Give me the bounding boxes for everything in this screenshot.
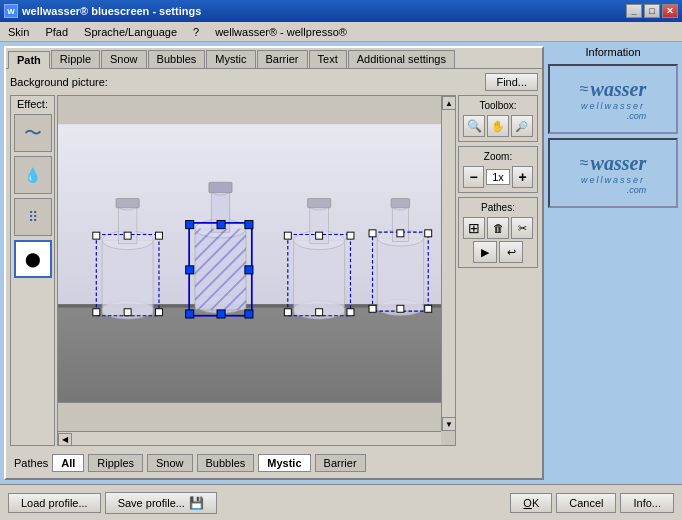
svg-rect-24 [186, 221, 194, 229]
svg-rect-13 [93, 309, 100, 316]
toolbox-section: Toolbox: 🔍 ✋ 🔍 [458, 95, 538, 142]
save-profile-button[interactable]: Save profile... 💾 [105, 492, 217, 514]
svg-rect-56 [397, 305, 404, 312]
title-bar: W wellwasser® bluescreen - settings _ □ … [0, 0, 682, 22]
effect-drop-btn[interactable]: 💧 [14, 156, 52, 194]
add-path-btn[interactable]: ⊞ [463, 217, 485, 239]
path-tab-ripples[interactable]: Ripples [88, 454, 143, 472]
logo-box-1: ≈ wasser wellwasser .com [548, 64, 678, 134]
svg-rect-8 [116, 199, 139, 208]
pathes-section: Pathes: ⊞ 🗑 ✂ ▶ ↩ [458, 197, 538, 268]
info-label: Information [548, 46, 678, 58]
cancel-button[interactable]: Cancel [556, 493, 616, 513]
minimize-button[interactable]: _ [626, 4, 642, 18]
tab-content: Background picture: Find... Effect: 〜 💧 … [6, 68, 542, 478]
zoom-plus-btn[interactable]: + [512, 166, 533, 188]
svg-rect-57 [425, 305, 432, 312]
path-tab-all[interactable]: All [52, 454, 84, 472]
path-tab-bubbles[interactable]: Bubbles [197, 454, 255, 472]
svg-rect-14 [124, 309, 131, 316]
maximize-button[interactable]: □ [644, 4, 660, 18]
svg-rect-33 [294, 240, 345, 315]
path-tab-barrier[interactable]: Barrier [315, 454, 366, 472]
canvas-area: ▲ ▼ ◀ [57, 95, 456, 446]
save-icon: 💾 [189, 496, 204, 510]
load-profile-button[interactable]: Load profile... [8, 493, 101, 513]
svg-rect-43 [316, 309, 323, 316]
pathes-bar-label: Pathes [14, 457, 48, 469]
pathes-bar: Pathes All Ripples Snow Bubbles Mystic B… [10, 450, 538, 474]
svg-rect-4 [102, 240, 153, 315]
right-panel: Information ≈ wasser wellwasser .com ≈ w… [548, 46, 678, 480]
play-btn[interactable]: ▶ [473, 241, 497, 263]
tab-snow[interactable]: Snow [101, 50, 147, 68]
svg-rect-28 [245, 266, 253, 274]
svg-rect-52 [369, 230, 376, 237]
effect-dots-btn[interactable]: ⠿ [14, 198, 52, 236]
path-tab-snow[interactable]: Snow [147, 454, 193, 472]
left-panel: Path Ripple Snow Bubbles Mystic Barrier … [4, 46, 544, 480]
tab-mystic[interactable]: Mystic [206, 50, 255, 68]
svg-rect-31 [245, 310, 253, 318]
scissors-btn[interactable]: ✂ [511, 217, 533, 239]
tab-path[interactable]: Path [8, 51, 50, 69]
close-button[interactable]: ✕ [662, 4, 678, 18]
zoom-section: Zoom: − 1x + [458, 146, 538, 193]
tab-text[interactable]: Text [309, 50, 347, 68]
menu-skin[interactable]: Skin [4, 25, 33, 39]
canvas-scrollbar-bottom[interactable]: ◀ [58, 431, 441, 445]
svg-rect-22 [195, 229, 246, 310]
svg-rect-54 [425, 230, 432, 237]
toolbox-label: Toolbox: [463, 100, 533, 111]
app-icon: W [4, 4, 18, 18]
bg-picture-row: Background picture: Find... [10, 73, 538, 91]
path-tab-mystic[interactable]: Mystic [258, 454, 310, 472]
svg-rect-46 [377, 238, 423, 311]
menu-bar: Skin Pfad Sprache/Language ? wellwasser®… [0, 22, 682, 42]
effects-panel: Effect: 〜 💧 ⠿ ⬤ [10, 95, 55, 446]
scroll-left-arrow[interactable]: ◀ [58, 433, 72, 447]
delete-path-btn[interactable]: 🗑 [487, 217, 509, 239]
scroll-down-arrow[interactable]: ▼ [442, 417, 456, 431]
svg-rect-10 [93, 232, 100, 239]
svg-rect-42 [284, 309, 291, 316]
svg-rect-30 [217, 310, 225, 318]
menu-pfad[interactable]: Pfad [41, 25, 72, 39]
canvas-scene[interactable] [58, 96, 441, 431]
tab-bubbles[interactable]: Bubbles [148, 50, 206, 68]
effect-pacman-btn[interactable]: ⬤ [14, 240, 52, 278]
undo-btn[interactable]: ↩ [499, 241, 523, 263]
svg-rect-27 [186, 266, 194, 274]
ok-label: OK [523, 497, 539, 509]
zoom-minus-btn[interactable]: − [463, 166, 484, 188]
svg-rect-39 [284, 232, 291, 239]
menu-sprache[interactable]: Sprache/Language [80, 25, 181, 39]
ok-button[interactable]: OK [510, 493, 552, 513]
menu-wellwasser[interactable]: wellwasser® - wellpresso® [211, 25, 351, 39]
zoom-label: Zoom: [463, 151, 533, 162]
effect-wave-btn[interactable]: 〜 [14, 114, 52, 152]
hand-tool[interactable]: ✋ [487, 115, 509, 137]
title-bar-left: W wellwasser® bluescreen - settings [4, 4, 201, 18]
tab-additional[interactable]: Additional settings [348, 50, 455, 68]
svg-rect-21 [209, 182, 232, 192]
menu-help[interactable]: ? [189, 25, 203, 39]
zoom-out-tool[interactable]: 🔍 [511, 115, 533, 137]
save-profile-label: Save profile... [118, 497, 185, 509]
tab-ripple[interactable]: Ripple [51, 50, 100, 68]
svg-rect-25 [217, 221, 225, 229]
svg-rect-11 [124, 232, 131, 239]
svg-rect-53 [397, 230, 404, 237]
svg-rect-26 [245, 221, 253, 229]
zoom-in-tool[interactable]: 🔍 [463, 115, 485, 137]
svg-rect-15 [155, 309, 162, 316]
window-title: wellwasser® bluescreen - settings [22, 5, 201, 17]
tab-barrier[interactable]: Barrier [257, 50, 308, 68]
zoom-value: 1x [486, 169, 510, 185]
pathes-buttons-row1: ⊞ 🗑 ✂ [463, 217, 533, 239]
scroll-up-arrow[interactable]: ▲ [442, 96, 456, 110]
svg-rect-55 [369, 305, 376, 312]
info-button[interactable]: Info... [620, 493, 674, 513]
find-button[interactable]: Find... [485, 73, 538, 91]
canvas-scrollbar-right[interactable]: ▲ ▼ [441, 96, 455, 431]
